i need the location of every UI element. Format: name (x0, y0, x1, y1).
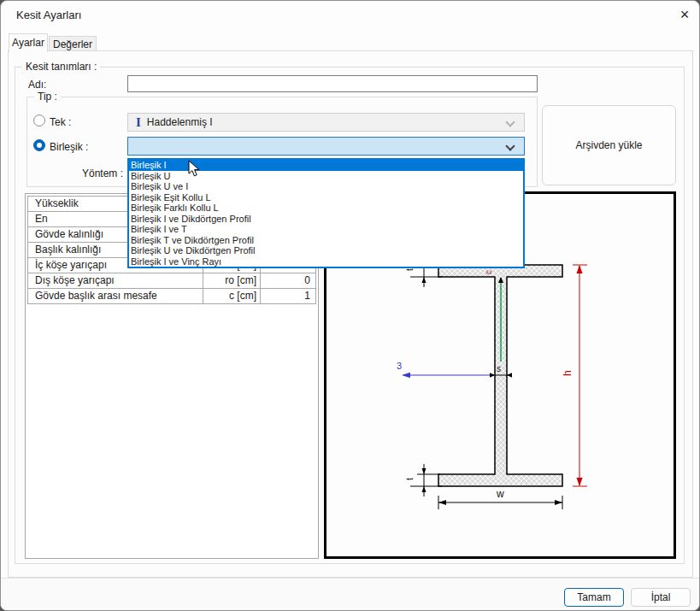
mouse-cursor-icon (188, 160, 201, 180)
dim-label-c: c (484, 270, 493, 274)
row-value[interactable]: 0 (260, 273, 315, 288)
name-label: Adı: (28, 79, 46, 91)
birlesik-dropdown-list: Birleşik I Birleşik U Birleşik U ve I Bi… (127, 158, 525, 268)
height-dim-arrow-top (577, 265, 583, 273)
row-label: Gövde başlık arası mesafe (28, 289, 203, 303)
row-unit: c [cm] (203, 289, 260, 303)
dim-label-s: s (497, 364, 501, 373)
radio-tek[interactable] (33, 115, 45, 126)
cancel-button[interactable]: İptal (631, 588, 691, 607)
dim-label-t-top: t (405, 268, 415, 271)
radio-tek-label: Tek : (50, 116, 71, 128)
tek-combobox-value: Haddelenmiş I (147, 116, 213, 128)
tab-page-ayarlar: Kesit tanımları : Adı: Tip : Tek : I Had… (8, 50, 693, 578)
dialog-footer: Tamam İptal (1, 578, 700, 611)
group-kesit-tanimlari-title: Kesit tanımları : (22, 61, 100, 73)
axis-label: 3 (397, 361, 402, 371)
t-top-arrow-2 (422, 277, 426, 283)
dropdown-item[interactable]: Birleşik I ve T (129, 224, 523, 235)
table-row[interactable]: Dış köşe yarıçapı ro [cm] 0 (28, 273, 315, 289)
dropdown-item[interactable]: Birleşik I ve Vinç Rayı (129, 256, 523, 267)
i-section-icon: I (136, 116, 141, 129)
table-row[interactable]: Gövde başlık arası mesafe c [cm] 1 (28, 289, 315, 304)
width-dim-arrow-right (555, 500, 562, 505)
dim-label-w: w (496, 488, 504, 500)
birlesik-combobox[interactable] (127, 137, 525, 156)
tab-ayarlar[interactable]: Ayarlar (9, 33, 48, 52)
dropdown-item[interactable]: Birleşik I ve Dikdörtgen Profil (129, 214, 523, 225)
chevron-down-icon (505, 117, 515, 126)
dropdown-item[interactable]: Birleşik T ve Dikdörtgen Profil (129, 235, 523, 246)
t-bottom-arrow-1 (422, 468, 426, 474)
row-unit: ro [cm] (203, 273, 260, 288)
ok-button[interactable]: Tamam (564, 588, 624, 607)
name-input[interactable] (127, 75, 538, 92)
t-bottom-arrow-2 (422, 486, 426, 492)
web-tick-right (507, 373, 512, 378)
dialog-kesit-ayarlari: Kesit Ayarları × Ayarlar Değerler Kesit … (0, 0, 700, 611)
window-title: Kesit Ayarları (16, 9, 81, 21)
dropdown-item[interactable]: Birleşik Farklı Kollu L (129, 203, 523, 214)
chevron-down-icon (505, 141, 515, 150)
axis-arrow (402, 373, 410, 378)
dim-label-t-bottom: t (405, 478, 415, 480)
dropdown-item[interactable]: Birleşik U ve Dikdörtgen Profil (129, 245, 523, 256)
row-value[interactable]: 1 (260, 289, 315, 303)
dropdown-item[interactable]: Birleşik U ve I (129, 181, 523, 192)
titlebar: Kesit Ayarları × (1, 1, 699, 28)
dropdown-item[interactable]: Birleşik Eşit Kollu L (129, 192, 523, 203)
tek-combobox[interactable]: I Haddelenmiş I (127, 113, 525, 132)
row-label: Dış köşe yarıçapı (28, 273, 203, 288)
group-kesit-tanimlari: Kesit tanımları : Adı: Tip : Tek : I Had… (15, 67, 685, 564)
radio-birlesik-label: Birleşik : (50, 141, 88, 153)
web-tick-left (490, 373, 495, 378)
load-from-archive-button[interactable]: Arşivden yükle (542, 105, 676, 185)
height-dim-arrow-bottom (577, 478, 583, 486)
dim-label-h: h (562, 370, 574, 376)
width-dim-arrow-left (438, 500, 446, 505)
yontem-label: Yöntem : (74, 167, 123, 179)
radio-birlesik[interactable] (33, 139, 45, 151)
group-tip-title: Tip : (34, 91, 61, 103)
close-icon[interactable]: × (674, 4, 696, 25)
